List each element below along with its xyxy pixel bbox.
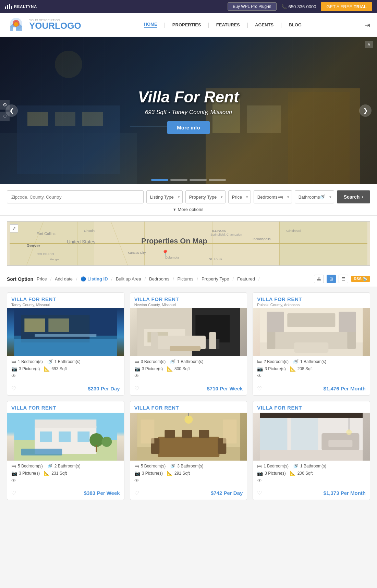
pictures-count: 3 Picture(s): [142, 366, 163, 371]
listing-type-select[interactable]: Listing Type: [146, 190, 183, 203]
map-container[interactable]: Fort Collins Denver COLORADO Google Linc…: [7, 221, 370, 266]
bathrooms-wrapper: Bathrooms 🚿: [295, 190, 334, 203]
logo-area: YOUR DESCRIPTION YOURLOGO: [7, 16, 81, 34]
sort-bedrooms[interactable]: Bedrooms: [149, 276, 169, 282]
map-expand-button[interactable]: ⤢: [10, 224, 18, 233]
hero-more-info-button[interactable]: More info: [167, 121, 210, 134]
bathroom-count: 1 Bathroom(s): [177, 359, 203, 364]
nav-agents[interactable]: AGENTS: [255, 22, 273, 27]
listing-details: 🛏 5 Bedroom(s) 🚿 3 Bathroom(s) 📷 3 Pictu…: [130, 461, 247, 488]
listing-row-2: 📷 3 Picture(s) 📐 208 Sqft: [257, 366, 366, 372]
sort-add-date[interactable]: Add date: [55, 276, 73, 282]
view-list-button[interactable]: ☰: [339, 275, 348, 283]
favorite-button[interactable]: ♡: [134, 385, 139, 392]
listing-image[interactable]: [7, 413, 124, 461]
favorite-button[interactable]: ♡: [257, 490, 262, 496]
hero-dot-2[interactable]: [170, 179, 187, 181]
hero-next-button[interactable]: ❯: [359, 104, 372, 117]
listing-eye[interactable]: 👁: [134, 373, 139, 379]
hero-dot-3[interactable]: [190, 179, 207, 181]
sort-price[interactable]: Price: [37, 276, 47, 282]
listing-row-3: 👁: [11, 373, 120, 379]
listing-eye[interactable]: 👁: [11, 373, 16, 379]
price-select[interactable]: Price: [228, 190, 251, 203]
svg-point-12: [55, 51, 82, 78]
more-options-toggle[interactable]: ▾ More options: [7, 203, 370, 215]
bars-icon: [5, 4, 12, 9]
hero-dot-4[interactable]: [209, 179, 226, 181]
svg-rect-82: [165, 430, 175, 438]
property-type-select[interactable]: Property Type: [185, 190, 226, 203]
listing-footer: ♡ $383 Per Week: [7, 488, 124, 500]
bed-icon: 🛏: [257, 359, 262, 364]
hero-map-button[interactable]: A: [365, 41, 373, 48]
bedrooms-select[interactable]: Bedrooms: [254, 190, 292, 203]
listing-price: $1,373 Per Month: [324, 490, 366, 496]
listing-row-2: 📷 3 Picture(s) 📐 231 Sqft: [11, 471, 120, 476]
bed-icon: 🛏: [11, 463, 16, 469]
listing-image[interactable]: [253, 308, 370, 356]
listing-img-art: [130, 308, 247, 356]
favorite-button[interactable]: ♡: [11, 490, 16, 496]
view-grid-button[interactable]: ⊞: [327, 275, 336, 283]
listing-sqft: 📐 208 Sqft: [290, 366, 313, 372]
trial-button[interactable]: GET A FREE TRIAL: [321, 2, 372, 11]
listing-row-1: 🛏 5 Bedroom(s) 🚿 3 Bathroom(s): [134, 463, 243, 469]
favorite-button[interactable]: ♡: [134, 490, 139, 496]
nav-home[interactable]: HOME: [144, 22, 157, 28]
rss-badge[interactable]: RSS 📡: [351, 276, 370, 282]
nav-blog[interactable]: BLOG: [289, 22, 302, 27]
bathroom-count: 1 Bathroom(s): [54, 359, 81, 364]
hero-dot-1[interactable]: [151, 179, 168, 181]
buy-plugin-button[interactable]: Buy WPL Pro Plug-in: [228, 2, 276, 11]
sort-listing-id[interactable]: 🔵 Listing ID: [81, 276, 108, 282]
listing-card: VILLA FOR RENT Taney County, Missouri: [7, 292, 124, 396]
sqft-value: 800 Sqft: [174, 366, 190, 371]
eye-icon: 👁: [134, 478, 139, 483]
listing-image[interactable]: [130, 413, 247, 461]
listing-card: VILLA FOR RENT Pulaski County, Arkansas: [253, 292, 370, 396]
nav-properties[interactable]: PROPERTIES: [172, 22, 201, 27]
hero-prev-button[interactable]: ❮: [5, 104, 18, 117]
svg-rect-92: [291, 416, 318, 450]
sort-pictures[interactable]: Pictures: [178, 276, 194, 282]
listing-image[interactable]: [130, 308, 247, 356]
bathroom-count: 1 Bathroom(s): [300, 464, 326, 468]
nav-features[interactable]: FEATURES: [216, 22, 240, 27]
svg-rect-73: [21, 449, 62, 455]
listing-image[interactable]: [7, 308, 124, 356]
login-icon[interactable]: ⇥: [364, 21, 370, 29]
listing-row-3: 👁: [134, 478, 243, 483]
listing-eye[interactable]: 👁: [134, 478, 139, 483]
view-print-button[interactable]: 🖶: [314, 275, 324, 283]
pictures-count: 3 Picture(s): [19, 471, 40, 476]
listing-row-1: 🛏 1 Bedroom(s) 🚿 1 Bathroom(s): [257, 463, 366, 469]
listing-eye[interactable]: 👁: [257, 478, 262, 483]
listing-row-1: 🛏 3 Bedroom(s) 🚿 1 Bathroom(s): [134, 359, 243, 364]
listing-row-2: 📷 3 Picture(s) 📐 693 Sqft: [11, 366, 120, 372]
svg-rect-79: [158, 437, 219, 457]
svg-rect-55: [209, 332, 216, 349]
bedroom-count: 1 Bedroom(s): [264, 464, 289, 468]
listing-image[interactable]: [253, 413, 370, 461]
eye-icon: 👁: [257, 478, 262, 483]
svg-rect-43: [48, 318, 69, 332]
sort-featured[interactable]: Featured: [237, 276, 255, 282]
listing-bathrooms: 🚿 1 Bathroom(s): [293, 463, 326, 469]
sort-property-type[interactable]: Property Type: [202, 276, 229, 282]
bathrooms-select[interactable]: Bathrooms: [295, 190, 334, 203]
camera-icon: 📷: [11, 471, 17, 476]
search-input[interactable]: [7, 190, 144, 203]
listing-bathrooms: 🚿 3 Bathroom(s): [170, 463, 203, 469]
search-button[interactable]: Search ›: [337, 190, 370, 203]
listing-eye[interactable]: 👁: [11, 478, 16, 483]
sort-view-options: 🖶 ⊞ ☰ RSS 📡: [314, 275, 370, 283]
sort-built-up[interactable]: Built up Area: [116, 276, 141, 282]
favorite-button[interactable]: ♡: [11, 385, 16, 392]
property-type-wrapper: Property Type: [185, 190, 226, 203]
bed-icon: 🛏: [134, 359, 139, 364]
svg-text:Fort Collins: Fort Collins: [37, 232, 56, 236]
listing-row-1: 🛏 1 Bedroom(s) 🚿 1 Bathroom(s): [11, 359, 120, 364]
favorite-button[interactable]: ♡: [257, 385, 262, 392]
listing-eye[interactable]: 👁: [257, 373, 262, 379]
